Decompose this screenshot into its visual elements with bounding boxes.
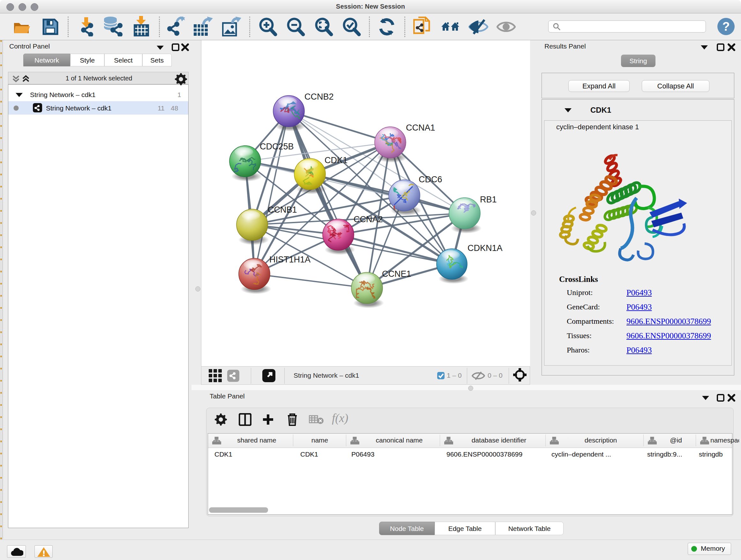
svg-text:CDC6: CDC6 (419, 175, 442, 184)
svg-text:CCNA1: CCNA1 (406, 123, 435, 132)
svg-text:CCNE1: CCNE1 (382, 269, 411, 279)
svg-text:CCNB2: CCNB2 (305, 92, 334, 102)
svg-text:CDK1: CDK1 (325, 155, 347, 165)
svg-text:RB1: RB1 (480, 195, 497, 204)
svg-text:HIST1H1A: HIST1H1A (269, 255, 311, 264)
svg-text:CCNB1: CCNB1 (268, 205, 297, 214)
svg-text:CDC25B: CDC25B (260, 142, 294, 151)
svg-text:CCNA2: CCNA2 (354, 214, 383, 224)
svg-text:?: ? (722, 20, 730, 33)
svg-text:CDKN1A: CDKN1A (468, 243, 502, 253)
